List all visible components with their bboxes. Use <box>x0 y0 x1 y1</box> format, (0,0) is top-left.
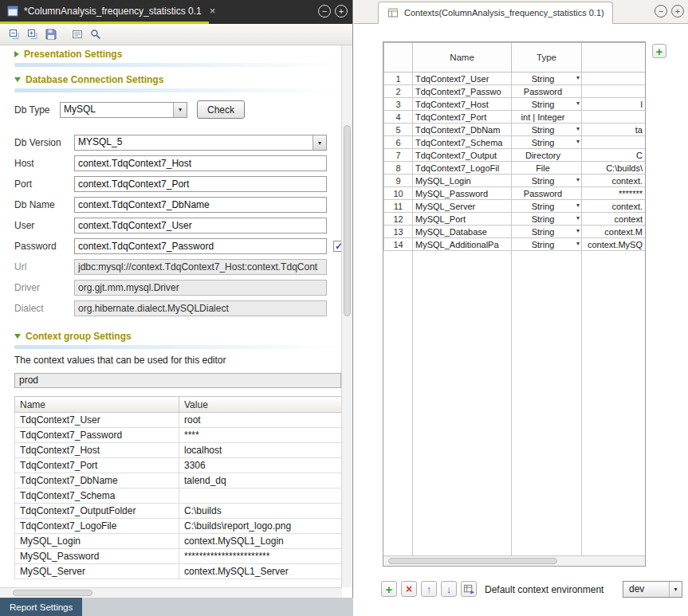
context-value-row[interactable]: TdqContext7_LogoFileC:\builds\report_log… <box>15 519 342 534</box>
variable-name-cell[interactable]: TdqContext7_Output <box>413 149 512 162</box>
variable-type-cell[interactable]: String▾ <box>512 73 582 85</box>
variable-value-cell[interactable]: C <box>582 149 646 162</box>
context-variable-row[interactable]: 12MySQL_PortString▾context <box>384 213 646 226</box>
chevron-down-icon[interactable]: ▾ <box>576 240 580 247</box>
variable-name-cell[interactable]: TdqContext7_LogoFil <box>413 162 512 175</box>
scrollbar-thumb[interactable] <box>344 125 351 316</box>
variable-type-cell[interactable]: String▾ <box>512 238 582 251</box>
variable-name-cell[interactable]: TdqContext7_DbNam <box>413 124 512 136</box>
column-header-name[interactable]: Name <box>15 397 179 413</box>
variable-value-cell[interactable]: context. <box>582 200 646 213</box>
search-icon[interactable] <box>89 28 102 41</box>
table-horizontal-scrollbar[interactable] <box>383 555 645 566</box>
variable-value-cell[interactable] <box>582 73 646 85</box>
context-variable-row[interactable]: 1TdqContext7_UserString▾ <box>384 73 646 85</box>
add-button[interactable]: + <box>381 581 397 597</box>
column-header-value[interactable]: Value <box>179 397 342 413</box>
variable-value-cell[interactable]: context. <box>582 175 646 187</box>
context-variable-row[interactable]: 8TdqContext7_LogoFilFileC:\builds\ <box>384 162 646 175</box>
move-up-button[interactable]: ↑ <box>421 581 437 597</box>
save-icon[interactable] <box>45 28 57 41</box>
variable-value-cell[interactable]: C:\builds\ <box>582 162 646 175</box>
section-context-group-settings[interactable]: Context group Settings <box>14 329 342 343</box>
variable-name-cell[interactable]: TdqContext7_Schema <box>413 136 512 149</box>
variable-name-cell[interactable]: MySQL_Database <box>413 226 512 238</box>
variable-type-cell[interactable]: String▾ <box>512 213 582 226</box>
chevron-down-icon[interactable]: ▾ <box>576 227 580 234</box>
section-presentation-settings[interactable]: Presentation Settings <box>14 47 342 61</box>
variable-name-cell[interactable]: TdqContext7_User <box>413 73 512 85</box>
variable-type-cell[interactable]: String▾ <box>512 226 582 238</box>
context-variable-row[interactable]: 4TdqContext7_Portint | Integer <box>384 111 646 124</box>
variable-value-cell[interactable]: ta <box>582 124 646 136</box>
chevron-down-icon[interactable]: ▾ <box>576 138 580 145</box>
minimize-icon[interactable]: − <box>655 5 667 18</box>
password-input[interactable] <box>74 238 327 254</box>
context-variable-row[interactable]: 13MySQL_DatabaseString▾context.M <box>384 226 646 238</box>
variable-value-cell[interactable]: context.M <box>582 226 646 238</box>
variable-name-cell[interactable]: TdqContext7_Port <box>413 111 512 124</box>
context-value-row[interactable]: TdqContext7_DbNametalend_dq <box>15 473 342 488</box>
variable-type-cell[interactable]: String▾ <box>512 136 582 149</box>
variable-type-cell[interactable]: File <box>512 162 582 175</box>
variable-value-cell[interactable] <box>582 136 646 149</box>
variable-value-cell[interactable] <box>582 85 646 98</box>
maximize-icon[interactable]: + <box>335 5 348 18</box>
column-header-value[interactable] <box>582 43 646 73</box>
context-value-row[interactable]: TdqContext7_Schema <box>15 488 342 504</box>
context-value-row[interactable]: TdqContext7_Password**** <box>15 428 342 443</box>
variable-value-cell[interactable] <box>582 111 646 124</box>
chevron-down-icon[interactable]: ▾ <box>576 74 580 81</box>
context-variable-row[interactable]: 3TdqContext7_HostString▾l <box>384 98 646 111</box>
variable-type-cell[interactable]: Directory <box>512 149 582 162</box>
reload-contexts-button[interactable] <box>461 581 477 597</box>
context-variable-row[interactable]: 10MySQL_PasswordPassword******* <box>384 187 646 200</box>
context-variable-row[interactable]: 9MySQL_LoginString▾context. <box>384 175 646 187</box>
port-input[interactable] <box>74 176 327 192</box>
variable-type-cell[interactable]: Password <box>512 85 582 98</box>
editor-tab[interactable]: *ColumnAnalysis_frequency_statistics 0.1… <box>0 0 352 22</box>
tab-report-settings[interactable]: Report Settings <box>0 598 82 616</box>
column-header-type[interactable]: Type <box>512 43 582 73</box>
variable-name-cell[interactable]: MySQL_Server <box>413 200 512 213</box>
column-header-name[interactable]: Name <box>413 43 512 73</box>
variable-name-cell[interactable]: TdqContext7_Passwo <box>413 85 512 98</box>
context-value-row[interactable]: TdqContext7_Hostlocalhost <box>15 443 342 458</box>
host-input[interactable] <box>74 155 327 171</box>
user-input[interactable] <box>74 218 327 233</box>
environment-select[interactable]: dev ▾ <box>623 581 682 598</box>
chevron-down-icon[interactable]: ▾ <box>576 100 580 107</box>
context-variable-row[interactable]: 11MySQL_ServerString▾context. <box>384 200 646 213</box>
collapse-all-icon[interactable] <box>8 28 21 41</box>
context-value-row[interactable]: TdqContext7_Port3306 <box>15 458 342 473</box>
expand-all-icon[interactable] <box>26 28 39 41</box>
db-name-input[interactable] <box>74 197 327 213</box>
scrollbar-thumb[interactable] <box>388 558 557 564</box>
variable-type-cell[interactable]: String▾ <box>512 200 582 213</box>
scrollbar-thumb[interactable] <box>13 590 92 596</box>
variable-type-cell[interactable]: int | Integer <box>512 111 582 124</box>
chevron-down-icon[interactable]: ▾ <box>576 214 580 222</box>
add-variable-button[interactable]: + <box>652 44 666 58</box>
variable-type-cell[interactable]: String▾ <box>512 98 582 111</box>
variable-name-cell[interactable]: MySQL_Password <box>413 187 512 200</box>
minimize-icon[interactable]: − <box>318 5 331 18</box>
context-group-name-field[interactable]: prod <box>14 373 341 388</box>
variable-type-cell[interactable]: String▾ <box>512 175 582 187</box>
context-variable-row[interactable]: 2TdqContext7_PasswoPassword <box>384 85 646 98</box>
context-value-row[interactable]: MySQL_Password*********************** <box>15 549 342 564</box>
tab-contexts[interactable]: Contexts(ColumnAnalysis_frequency_statis… <box>378 2 613 24</box>
context-variable-row[interactable]: 7TdqContext7_OutputDirectoryC <box>384 149 646 162</box>
variable-name-cell[interactable]: TdqContext7_Host <box>413 98 512 111</box>
vertical-scrollbar[interactable] <box>341 45 352 587</box>
variable-value-cell[interactable]: ******* <box>582 187 646 200</box>
check-button[interactable]: Check <box>197 100 245 119</box>
context-variable-row[interactable]: 6TdqContext7_SchemaString▾ <box>384 136 646 149</box>
context-value-row[interactable]: TdqContext7_OutputFolderC:\builds <box>15 504 342 519</box>
variable-name-cell[interactable]: MySQL_Port <box>413 213 512 226</box>
context-value-row[interactable]: TdqContext7_Userroot <box>15 413 342 428</box>
context-value-row[interactable]: MySQL_Servercontext.MySQL1_Server <box>15 564 342 579</box>
report-icon[interactable] <box>71 28 84 41</box>
horizontal-scrollbar[interactable] <box>0 587 342 598</box>
context-variable-row[interactable]: 14MySQL_AdditionalPaString▾context.MySQ <box>384 238 646 251</box>
